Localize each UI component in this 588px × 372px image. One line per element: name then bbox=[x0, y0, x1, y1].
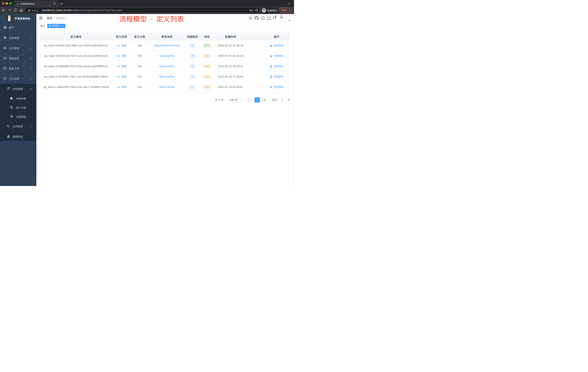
svg-text:?: ? bbox=[262, 17, 264, 20]
